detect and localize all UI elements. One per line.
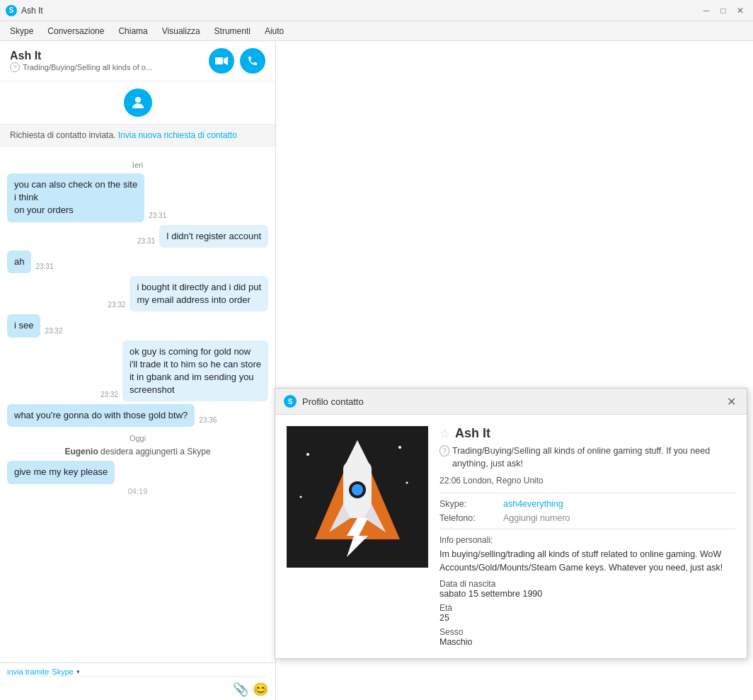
messages-area[interactable]: Ieri you can also check on the site i th… <box>0 147 275 662</box>
contact-header: Ash It ? Trading/Buying/Selling all kind… <box>0 41 275 81</box>
chat-window: Ash It ? Trading/Buying/Selling all kind… <box>0 41 276 700</box>
svg-rect-0 <box>215 57 223 64</box>
profile-avatar-container <box>287 426 428 568</box>
system-message: Eugenio desidera aggiungerti a Skype <box>7 447 268 457</box>
avatar-area <box>0 81 275 125</box>
message-bubble: you can also check on the site i think o… <box>7 173 144 222</box>
status-icon: ? <box>10 62 20 72</box>
profile-panel: S Profilo contatto ✕ <box>275 388 747 659</box>
profile-skype-icon: S <box>284 395 297 408</box>
message-bubble: ok guy is coming for gold now i'll trade… <box>122 340 268 402</box>
contact-avatar <box>124 88 152 117</box>
profile-name-row: ☆ Ash It <box>439 426 735 441</box>
message-time: 23:36 <box>199 416 217 424</box>
menu-strumenti[interactable]: Strumenti <box>207 23 258 39</box>
day-divider-yesterday: Ieri <box>7 161 268 169</box>
profile-bio-row: ? Trading/Buying/Selling all kinds of on… <box>439 445 735 473</box>
table-row: you can also check on the site i think o… <box>7 173 268 222</box>
contact-request-bar: Richiesta di contatto inviata. Invia nuo… <box>0 125 275 147</box>
personal-info-section-title: Info personali: <box>439 535 735 545</box>
message-time: 23:32 <box>45 327 62 335</box>
table-row: i see 23:32 <box>7 314 268 337</box>
svg-point-2 <box>135 97 141 103</box>
svg-point-11 <box>306 453 309 456</box>
send-via-label: invia tramite <box>7 667 49 676</box>
attach-icon[interactable]: 📎 <box>233 682 248 697</box>
day-divider-today: Oggi <box>7 434 268 442</box>
skype-field-row: Skype: ash4everything <box>439 499 735 509</box>
call-buttons <box>209 48 265 74</box>
menu-aiuto[interactable]: Aiuto <box>258 23 291 39</box>
table-row: what you're gonna do with those gold btw… <box>7 404 268 427</box>
new-contact-request-link[interactable]: Invia nuova richiesta di contatto <box>118 130 237 140</box>
message-time: 23:31 <box>35 263 53 270</box>
message-input-row: 📎 😊 <box>7 676 268 697</box>
birth-date-value: sabato 15 settembre 1990 <box>439 589 735 599</box>
table-row: 23:32 ok guy is coming for gold now i'll… <box>7 340 268 402</box>
emoji-icon[interactable]: 😊 <box>253 682 268 697</box>
profile-location: 22:06 London, Regno Unito <box>439 476 735 486</box>
skype-value[interactable]: ash4everything <box>503 499 563 509</box>
table-row: 23:31 I didn't register account <box>7 225 268 248</box>
window-controls: ─ □ ✕ <box>699 5 747 16</box>
profile-name: Ash It <box>455 426 490 441</box>
contact-status-text: Trading/Buying/Selling all kinds of o... <box>23 63 152 71</box>
message-bubble: give me my key please <box>7 461 115 483</box>
close-button[interactable]: ✕ <box>733 5 747 16</box>
gender-value: Maschio <box>439 637 735 647</box>
gender-label: Sesso <box>439 627 735 637</box>
message-input[interactable] <box>7 681 229 697</box>
video-call-button[interactable] <box>209 48 234 74</box>
profile-divider-2 <box>439 529 735 529</box>
table-row: 23:32 i bought it directly and i did put… <box>7 276 268 311</box>
app-icon: S <box>6 5 17 16</box>
age-value: 25 <box>439 613 735 623</box>
menu-chiama[interactable]: Chiama <box>111 23 154 39</box>
profile-panel-header: S Profilo contatto ✕ <box>275 389 747 415</box>
menu-bar: Skype Conversazione Chiama Visualizza St… <box>0 21 753 41</box>
svg-marker-1 <box>224 57 228 65</box>
minimize-button[interactable]: ─ <box>699 5 713 16</box>
maximize-button[interactable]: □ <box>716 5 730 16</box>
table-row: ah 23:31 <box>7 251 268 273</box>
menu-conversazione[interactable]: Conversazione <box>40 23 111 39</box>
phone-value[interactable]: Aggiungi numero <box>503 513 570 523</box>
title-bar: S Ash It ─ □ ✕ <box>0 0 753 21</box>
send-via-row: invia tramite Skype ▾ <box>7 667 268 676</box>
profile-avatar-image <box>287 426 428 568</box>
menu-visualizza[interactable]: Visualizza <box>155 23 207 39</box>
message-time: 23:31 <box>137 237 155 245</box>
contact-request-text: Richiesta di contatto inviata. <box>10 130 115 140</box>
dropdown-arrow-icon[interactable]: ▾ <box>76 668 80 675</box>
profile-bio: Trading/Buying/Selling all kinds of onli… <box>452 445 735 470</box>
menu-skype[interactable]: Skype <box>3 23 40 39</box>
favorite-star-icon[interactable]: ☆ <box>439 427 449 440</box>
profile-panel-title: Profilo contatto <box>302 396 724 407</box>
send-via-skype[interactable]: Skype <box>52 667 74 676</box>
age-label: Età <box>439 603 735 613</box>
voice-call-button[interactable] <box>240 48 265 74</box>
message-time: 23:32 <box>100 391 118 398</box>
message-bubble: I didn't register account <box>159 225 268 248</box>
phone-field-row: Telefono: Aggiungi numero <box>439 513 735 523</box>
input-area: invia tramite Skype ▾ 📎 😊 <box>0 662 275 700</box>
table-row: give me my key please <box>7 461 268 483</box>
profile-close-button[interactable]: ✕ <box>724 394 738 408</box>
message-bubble: what you're gonna do with those gold btw… <box>7 404 195 427</box>
svg-point-12 <box>398 446 401 449</box>
message-bubble: ah <box>7 251 31 273</box>
skype-label: Skype: <box>439 499 503 509</box>
svg-point-8 <box>352 484 363 495</box>
phone-label: Telefono: <box>439 513 503 523</box>
contact-info: Ash It ? Trading/Buying/Selling all kind… <box>10 50 209 72</box>
profile-body: ☆ Ash It ? Trading/Buying/Selling all ki… <box>275 415 747 658</box>
contact-name: Ash It <box>10 50 209 62</box>
birth-date-label: Data di nascita <box>439 579 735 589</box>
svg-point-14 <box>300 496 302 498</box>
bio-info-icon: ? <box>439 445 449 457</box>
message-timestamp: 04:19 <box>7 487 268 495</box>
svg-point-13 <box>406 482 408 484</box>
contact-status-row: ? Trading/Buying/Selling all kinds of o.… <box>10 62 209 72</box>
window-title: Ash It <box>21 6 699 16</box>
message-time: 23:32 <box>108 301 125 309</box>
